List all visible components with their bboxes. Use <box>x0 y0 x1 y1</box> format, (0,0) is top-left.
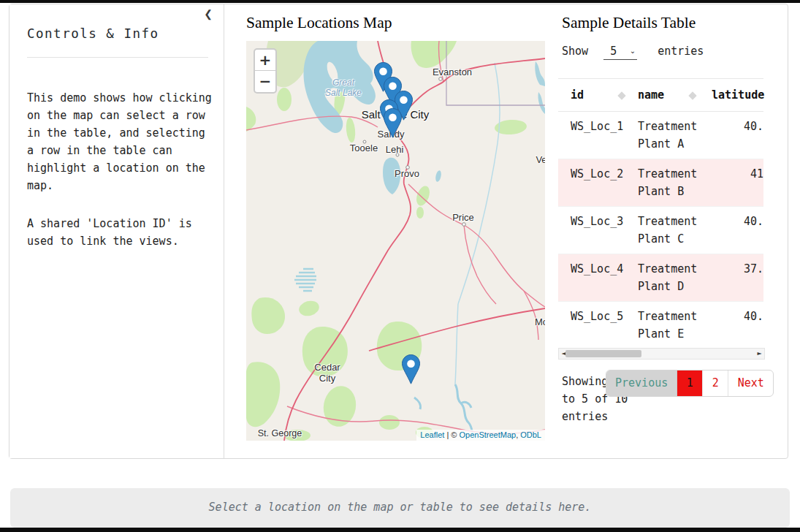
table-cell[interactable]: Treatment Plant A <box>638 112 712 159</box>
table-length-control: Show5⌄entries <box>562 45 704 60</box>
page-button-1[interactable]: 1 <box>677 370 703 396</box>
sample-details-table: id name latitude WS_Loc_1Treatment Plant… <box>558 78 763 346</box>
table-cell[interactable]: WS_Loc_5 <box>558 302 638 346</box>
divider <box>27 57 208 58</box>
table-cell[interactable]: WS_Loc_1 <box>558 112 638 159</box>
leaflet-link[interactable]: Leaflet <box>420 430 444 439</box>
table-cell[interactable]: WS_Loc_2 <box>558 159 638 207</box>
odbl-link[interactable]: ODbL <box>520 430 541 439</box>
page-length-value: 5 <box>610 45 617 58</box>
scrollbar-thumb[interactable] <box>565 350 641 357</box>
table-scroll-viewport: id name latitude WS_Loc_1Treatment Plant… <box>558 78 765 346</box>
length-label-after: entries <box>658 45 704 58</box>
horizontal-scrollbar: ◄ ► <box>558 348 765 360</box>
main-card: ❮ Controls & Info This demo shows how cl… <box>9 4 788 459</box>
column-label: id <box>571 88 584 102</box>
table-row[interactable]: WS_Loc_1Treatment Plant A40. <box>558 112 763 159</box>
table-row[interactable]: WS_Loc_3Treatment Plant C40. <box>558 207 763 254</box>
table-panel: Sample Details Table Show5⌄entries id na… <box>558 4 785 458</box>
sort-icon <box>617 91 625 99</box>
table-header: id name latitude <box>558 79 763 112</box>
table-row[interactable]: WS_Loc_2Treatment Plant B41 <box>558 159 763 207</box>
sidebar-description: This demo shows how clicking on the map … <box>27 89 213 194</box>
table-cell[interactable]: 37. <box>712 254 763 302</box>
page-button-2[interactable]: 2 <box>703 370 728 396</box>
previous-page-button[interactable]: Previous <box>606 370 677 396</box>
table-cell[interactable]: 40. <box>712 302 763 346</box>
next-page-button[interactable]: Next <box>728 370 773 396</box>
table-cell[interactable]: 41 <box>712 159 763 207</box>
sort-icon <box>688 91 696 99</box>
map-panel: Sample Locations Map <box>246 4 545 458</box>
table-row[interactable]: WS_Loc_5Treatment Plant E40. <box>558 302 763 346</box>
table-cell[interactable]: WS_Loc_3 <box>558 207 638 254</box>
map-attribution: Leaflet | © OpenStreetMap, ODbL <box>416 430 545 441</box>
zoom-in-button[interactable]: + <box>255 50 275 71</box>
table-cell[interactable]: Treatment Plant E <box>638 302 712 346</box>
openstreetmap-link[interactable]: OpenStreetMap <box>459 430 516 439</box>
table-cell[interactable]: 40. <box>712 207 763 254</box>
sidebar: ❮ Controls & Info This demo shows how cl… <box>9 4 224 458</box>
map-panel-title: Sample Locations Map <box>246 14 392 32</box>
sidebar-description-2: A shared 'Location ID' is used to link t… <box>27 215 213 250</box>
table-panel-title: Sample Details Table <box>562 14 696 32</box>
window-top-edge <box>0 0 800 3</box>
table-cell[interactable]: Treatment Plant D <box>638 254 712 302</box>
page-number-buttons: 12 <box>677 370 728 396</box>
table-cell[interactable]: WS_Loc_4 <box>558 254 638 302</box>
pagination: Previous 12 Next <box>606 370 774 397</box>
scroll-right-arrow-icon[interactable]: ► <box>755 349 764 359</box>
table-row[interactable]: WS_Loc_4Treatment Plant D37. <box>558 254 763 302</box>
column-label: name <box>638 88 664 102</box>
table-cell[interactable]: Treatment Plant C <box>638 207 712 254</box>
column-header-name[interactable]: name <box>638 79 712 112</box>
length-label-before: Show <box>562 45 588 58</box>
details-placeholder-message: Select a location on the map or table to… <box>10 488 790 526</box>
map-zoom-control: + − <box>254 48 277 94</box>
leaflet-map[interactable]: GreatSalt LakeLaytonSalt Lake CitySandyT… <box>246 41 545 441</box>
details-output-panel: Select a location on the map or table to… <box>10 488 790 528</box>
sidebar-collapse-icon[interactable]: ❮ <box>200 6 216 22</box>
map-marker-icon[interactable] <box>384 108 402 138</box>
window-bottom-edge <box>0 528 800 532</box>
table-cell[interactable]: 40. <box>712 112 763 159</box>
zoom-out-button[interactable]: − <box>255 71 275 92</box>
table-body: WS_Loc_1Treatment Plant A40.WS_Loc_2Trea… <box>558 112 763 346</box>
attribution-separator: | © <box>444 430 459 439</box>
column-header-id[interactable]: id <box>558 79 638 112</box>
sidebar-title: Controls & Info <box>27 26 159 41</box>
table-cell[interactable]: Treatment Plant B <box>638 159 712 207</box>
map-marker-icon[interactable] <box>402 354 420 384</box>
chevron-down-icon: ⌄ <box>630 47 636 55</box>
page-length-select[interactable]: 5⌄ <box>603 45 637 60</box>
column-label: latitude <box>712 88 764 102</box>
column-header-latitude[interactable]: latitude <box>712 79 763 112</box>
